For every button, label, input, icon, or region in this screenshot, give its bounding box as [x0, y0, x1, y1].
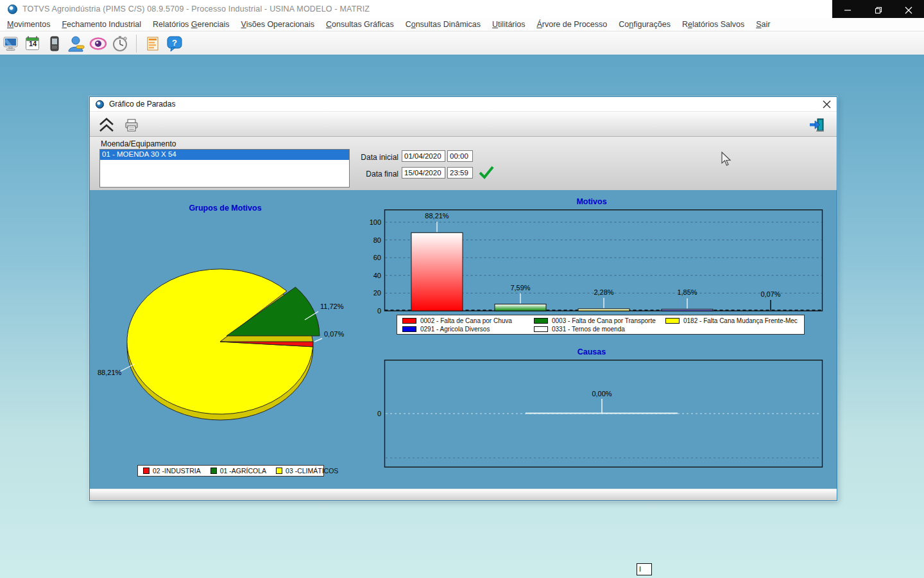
user-icon[interactable] — [67, 34, 86, 53]
monitor-icon[interactable] — [1, 34, 21, 53]
svg-text:7,59%: 7,59% — [510, 284, 530, 292]
mouse-cursor — [721, 152, 732, 167]
pie-chart-title: Grupos de Motivos — [90, 204, 360, 213]
app-title: TOTVS Agroindústria (PIMS C/S) 08.9.5709… — [22, 4, 370, 13]
legend-item: 0002 - Falta de Cana por Chuva — [402, 317, 534, 324]
legend-item: 03 -CLIMÁTICOS — [276, 467, 338, 475]
app-titlebar: TOTVS Agroindústria (PIMS C/S) 08.9.5709… — [0, 0, 924, 18]
stopwatch-icon[interactable] — [110, 34, 130, 53]
hora-inicial-input[interactable] — [447, 150, 473, 162]
calendar-day: 14 — [23, 40, 42, 48]
svg-text:?: ? — [172, 38, 177, 48]
dialog-toolbar — [90, 112, 837, 137]
menu-item--rvore-de-processo[interactable]: Árvore de Processo — [531, 20, 613, 29]
data-final-input[interactable] — [402, 167, 445, 179]
menu-item-relat-rios-salvos[interactable]: Relatórios Salvos — [676, 20, 750, 29]
svg-text:1,85%: 1,85% — [677, 288, 697, 296]
svg-text:0: 0 — [377, 410, 381, 417]
menu-item-relat-rios-gerenciais[interactable]: Relatórios Gerenciais — [147, 20, 235, 29]
dialog-title: Gráfico de Paradas — [109, 100, 175, 109]
collapse-up-icon[interactable] — [98, 117, 116, 133]
handheld-icon[interactable] — [45, 34, 64, 53]
legend-item: 0291 - Agricola Diversos — [402, 326, 534, 333]
data-inicial-label: Data inicial — [361, 153, 398, 162]
svg-text:40: 40 — [373, 272, 381, 279]
bar-0003[interactable] — [495, 304, 546, 311]
print-icon[interactable] — [124, 119, 139, 132]
bar-0291[interactable] — [662, 309, 713, 311]
bar-chart: 02040608010088,21%7,59%2,28%1,85%0,07% — [360, 209, 823, 320]
legend-item: 0331 - Ternos de moenda — [534, 326, 665, 333]
menu-item-configura-es[interactable]: Configurações — [613, 20, 676, 29]
app-toolbar: 14 ? — [0, 31, 924, 55]
dialog-logo-icon — [96, 100, 104, 109]
svg-text:60: 60 — [373, 254, 381, 261]
causas-note-box[interactable]: I — [637, 563, 652, 575]
legend-item: 0003 - Falta de Cana por Transporte — [534, 317, 665, 324]
menu-item-fechamento-industrial[interactable]: Fechamento Industrial — [56, 20, 147, 29]
calendar-icon[interactable]: 14 — [23, 34, 42, 53]
svg-text:100: 100 — [370, 218, 381, 226]
process-report-icon[interactable] — [143, 34, 162, 53]
svg-text:0,00%: 0,00% — [592, 390, 612, 398]
menu-item-consultas-gr-ficas[interactable]: Consultas Gráficas — [320, 20, 400, 29]
pie-chart: 11,72%0,07%88,21% — [90, 213, 360, 489]
toolbar-separator — [136, 35, 137, 53]
svg-text:88,21%: 88,21% — [98, 369, 122, 376]
legend-item: 02 -INDUSTRIA — [143, 467, 201, 475]
bar-chart-title: Motivos — [360, 197, 823, 206]
menu-item-utilit-rios[interactable]: Utilitários — [486, 20, 531, 29]
svg-text:0,07%: 0,07% — [760, 290, 780, 298]
svg-text:80: 80 — [373, 236, 381, 244]
hora-final-input[interactable] — [447, 167, 473, 179]
help-icon[interactable]: ? — [165, 34, 184, 53]
moenda-equipamento-listbox[interactable]: 01 - MOENDA 30 X 54 — [99, 149, 350, 188]
data-inicial-input[interactable] — [402, 150, 445, 162]
bar-0182[interactable] — [578, 309, 629, 311]
dialog-chart-area: Grupos de Motivos 11,72%0,07%88,21% 02 -… — [90, 190, 837, 489]
svg-text:11,72%: 11,72% — [320, 302, 344, 310]
menu-item-consultas-din-micas[interactable]: Consultas Dinâmicas — [400, 20, 486, 29]
causas-chart-title: Causas — [360, 347, 823, 356]
dialog-titlebar: Gráfico de Paradas — [90, 97, 837, 112]
menu-item-sair[interactable]: Sair — [750, 20, 776, 29]
exit-icon[interactable] — [809, 118, 825, 132]
svg-text:0,07%: 0,07% — [324, 330, 344, 338]
svg-text:88,21%: 88,21% — [425, 212, 449, 220]
menu-item-movimentos[interactable]: Movimentos — [1, 20, 56, 29]
menu-bar: MovimentosFechamento IndustrialRelatório… — [0, 18, 924, 31]
totvs-logo-icon — [8, 4, 17, 14]
pie-chart-legend: 02 -INDUSTRIA01 -AGRÍCOLA03 -CLIMÁTICOS — [137, 465, 324, 477]
svg-text:0: 0 — [377, 307, 381, 315]
desktop: TOTVS Agroindústria (PIMS C/S) 08.9.5709… — [0, 0, 924, 578]
legend-item: 0182 - Falta Cana Mudança Frente-Mec — [665, 317, 805, 324]
legend-item: 01 -AGRÍCOLA — [210, 467, 266, 475]
bar-chart-legend: 0002 - Falta de Cana por Chuva0003 - Fal… — [397, 315, 805, 335]
bar-0002[interactable] — [411, 232, 463, 311]
eye-icon[interactable] — [89, 34, 108, 53]
confirm-check-button[interactable] — [479, 164, 494, 180]
list-item[interactable]: 01 - MOENDA 30 X 54 — [100, 150, 349, 160]
svg-text:20: 20 — [373, 289, 381, 297]
dialog-close-button[interactable] — [821, 99, 832, 109]
moenda-equipamento-label: Moenda/Equipamento — [101, 139, 176, 148]
svg-text:2,28%: 2,28% — [594, 288, 613, 296]
menu-item-vis-es-operacionais[interactable]: Visões Operacionais — [235, 20, 320, 29]
data-final-label: Data final — [366, 170, 398, 179]
causas-chart: 00,00% — [360, 360, 823, 470]
dialog-statusbar — [90, 489, 837, 500]
